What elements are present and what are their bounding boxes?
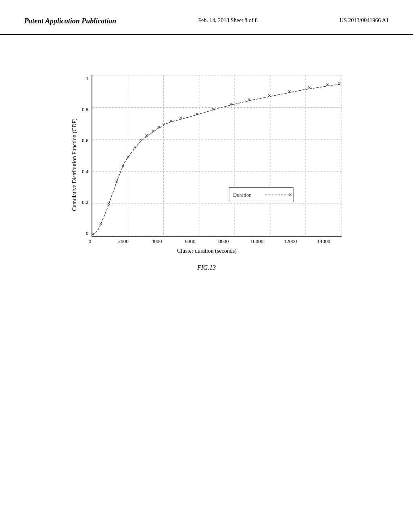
figure-caption: FIG.13 <box>197 264 216 271</box>
svg-text:✕: ✕ <box>195 112 199 116</box>
chart-with-axes: 1 0.8 0.6 0.4 0.2 0 <box>82 75 342 254</box>
x-tick-14000: 14000 <box>316 238 332 245</box>
y-tick-1: 1 <box>86 75 89 82</box>
y-tick-08: 0.8 <box>82 106 88 113</box>
x-axis-label: Cluster duration (seconds) <box>82 248 332 254</box>
main-content: Cumulative Distribution Function (CDF) 1… <box>0 35 413 287</box>
svg-text:✕: ✕ <box>145 133 149 138</box>
svg-text:✕: ✕ <box>126 154 130 159</box>
svg-text:✕: ✕ <box>247 97 251 102</box>
svg-text:✕: ✕ <box>288 193 292 197</box>
x-axis-ticks: 0 2000 4000 6000 8000 10000 12000 14000 <box>82 238 332 245</box>
x-tick-4000: 4000 <box>149 238 165 245</box>
svg-text:✕: ✕ <box>92 232 94 236</box>
y-tick-04: 0.4 <box>82 168 88 175</box>
publication-title: Patent Application Publication <box>24 16 116 26</box>
svg-text:✕: ✕ <box>307 85 311 90</box>
svg-text:✕: ✕ <box>157 125 161 130</box>
sheet-info: Feb. 14, 2013 Sheet 8 of 8 <box>198 16 258 25</box>
x-tick-6000: 6000 <box>182 238 198 245</box>
plot-area: ✕ ✕ ✕ ✕ ✕ ✕ ✕ ✕ ✕ ✕ ✕ ✕ <box>92 75 342 237</box>
y-tick-02: 0.2 <box>82 199 88 206</box>
svg-text:✕: ✕ <box>288 89 291 94</box>
chart-area: Cumulative Distribution Function (CDF) 1… <box>71 75 342 254</box>
x-tick-8000: 8000 <box>215 238 232 245</box>
svg-text:✕: ✕ <box>107 202 111 206</box>
patent-number: US 2013/0041966 A1 <box>340 16 389 25</box>
x-tick-12000: 12000 <box>282 238 298 245</box>
page-header: Patent Application Publication Feb. 14, … <box>0 0 413 35</box>
chart-inner: 1 0.8 0.6 0.4 0.2 0 <box>82 75 342 237</box>
svg-text:✕: ✕ <box>115 179 119 184</box>
page: Patent Application Publication Feb. 14, … <box>0 0 413 532</box>
svg-text:✕: ✕ <box>121 164 125 168</box>
chart-container: Cumulative Distribution Function (CDF) 1… <box>71 75 342 271</box>
x-tick-10000: 10000 <box>249 238 265 245</box>
y-tick-0: 0 <box>86 230 89 237</box>
svg-text:✕: ✕ <box>99 221 102 226</box>
svg-text:✕: ✕ <box>325 82 329 87</box>
svg-text:✕: ✕ <box>267 93 271 98</box>
svg-text:Duration: Duration <box>233 192 252 198</box>
svg-text:✕: ✕ <box>151 129 154 133</box>
svg-text:✕: ✕ <box>139 137 143 142</box>
y-axis: 1 0.8 0.6 0.4 0.2 0 <box>82 75 92 237</box>
svg-text:✕: ✕ <box>338 81 341 85</box>
y-tick-06: 0.6 <box>82 137 88 144</box>
svg-text:✕: ✕ <box>169 119 173 124</box>
svg-text:✕: ✕ <box>133 145 137 150</box>
x-tick-0: 0 <box>82 238 98 245</box>
chart-svg: ✕ ✕ ✕ ✕ ✕ ✕ ✕ ✕ ✕ ✕ ✕ ✕ <box>92 75 342 236</box>
svg-text:✕: ✕ <box>179 116 183 121</box>
y-axis-label: Cumulative Distribution Function (CDF) <box>71 118 78 211</box>
svg-text:✕: ✕ <box>229 102 233 107</box>
x-tick-2000: 2000 <box>115 238 131 245</box>
svg-text:✕: ✕ <box>162 122 165 127</box>
svg-text:✕: ✕ <box>211 107 215 112</box>
